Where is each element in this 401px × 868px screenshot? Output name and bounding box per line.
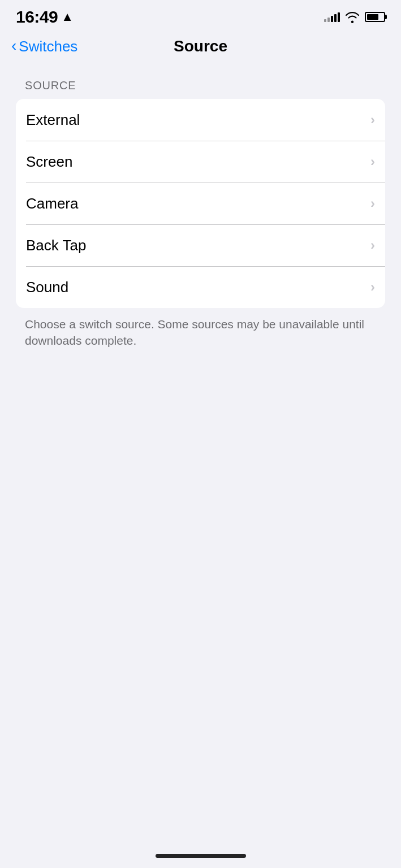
- chevron-right-icon-screen: ›: [370, 154, 375, 170]
- location-icon: ▲: [61, 10, 74, 24]
- list-item-external[interactable]: External ›: [16, 99, 385, 141]
- list-item-screen[interactable]: Screen ›: [16, 141, 385, 183]
- list-item-back-tap[interactable]: Back Tap ›: [16, 224, 385, 266]
- chevron-right-icon-external: ›: [370, 112, 375, 128]
- section-footer: Choose a switch source. Some sources may…: [16, 308, 385, 349]
- back-chevron-icon: ‹: [11, 38, 16, 54]
- list-item-label-screen: Screen: [26, 153, 72, 171]
- back-button[interactable]: ‹ Switches: [11, 38, 77, 55]
- chevron-right-icon-sound: ›: [370, 279, 375, 295]
- wifi-icon: [344, 11, 360, 23]
- list-item-label-camera: Camera: [26, 195, 78, 212]
- list-item-sound[interactable]: Sound ›: [16, 266, 385, 308]
- list-item-label-external: External: [26, 111, 80, 129]
- chevron-right-icon-camera: ›: [370, 196, 375, 211]
- status-bar: 16:49 ▲: [0, 0, 401, 31]
- list-item-camera[interactable]: Camera ›: [16, 183, 385, 224]
- section-label: SOURCE: [16, 79, 385, 92]
- back-label: Switches: [19, 38, 77, 55]
- home-indicator: [156, 854, 246, 858]
- nav-title: Source: [174, 37, 227, 55]
- source-list: External › Screen › Camera › Back Tap › …: [16, 99, 385, 308]
- main-content: SOURCE External › Screen › Camera › Back…: [0, 66, 401, 349]
- list-item-label-sound: Sound: [26, 279, 68, 296]
- nav-bar: ‹ Switches Source: [0, 31, 401, 66]
- chevron-right-icon-back-tap: ›: [370, 237, 375, 253]
- status-time: 16:49: [16, 7, 58, 27]
- battery-icon: [365, 12, 385, 22]
- list-item-label-back-tap: Back Tap: [26, 237, 86, 254]
- status-icons: [324, 11, 385, 23]
- signal-bars-icon: [324, 12, 340, 22]
